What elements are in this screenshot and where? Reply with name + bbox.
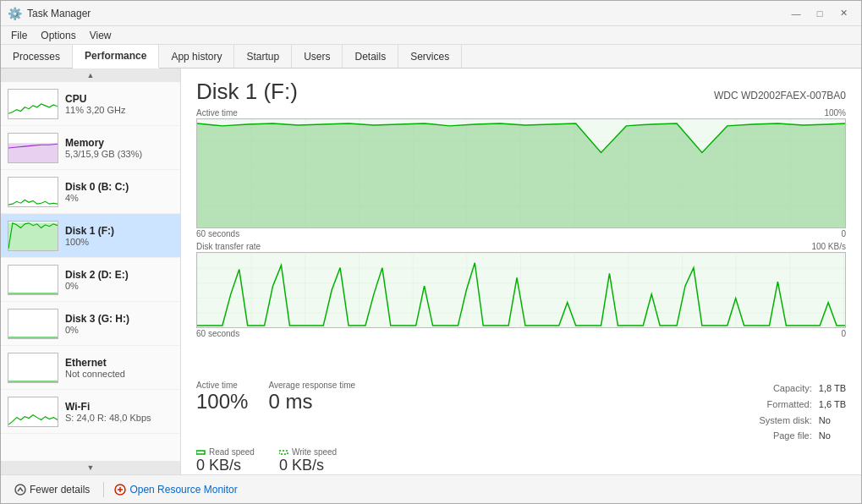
read-speed-block: Read speed 0 KB/s: [196, 447, 264, 474]
chart2-top-label: Disk transfer rate: [196, 242, 261, 251]
chevron-up-icon: [14, 484, 26, 496]
detail-header: Disk 1 (F:) WDC WD2002FAEX-007BA0: [181, 68, 861, 108]
disk1-label: Disk 1 (F:): [65, 225, 173, 237]
svg-rect-16: [279, 451, 288, 454]
sidebar-item-disk2[interactable]: Disk 2 (D: E:) 0%: [1, 258, 180, 302]
read-indicator-icon: [196, 449, 206, 456]
menu-view[interactable]: View: [83, 28, 118, 43]
tab-services[interactable]: Services: [398, 45, 462, 68]
svg-rect-8: [8, 353, 58, 382]
write-indicator-icon: [279, 449, 289, 456]
disk1-thumbnail: [8, 221, 58, 251]
chart1-time-row: 60 seconds 0: [196, 228, 846, 242]
chart2-top-right: 100 KB/s: [811, 242, 846, 251]
svg-rect-9: [8, 397, 58, 426]
chart-container: Active time 100%: [181, 108, 861, 375]
page-file-label: Page file:: [719, 428, 812, 444]
capacity-value: 1,8 TB: [819, 381, 846, 397]
tab-users[interactable]: Users: [292, 45, 343, 68]
sidebar-item-disk1[interactable]: Disk 1 (F:) 100%: [1, 214, 180, 258]
memory-label: Memory: [65, 137, 173, 149]
cpu-value: 11% 3,20 GHz: [65, 105, 173, 115]
svg-rect-5: [8, 222, 58, 249]
write-speed-block: Write speed 0 KB/s: [279, 447, 347, 474]
page-file-value: No: [819, 428, 831, 444]
transfer-rate-chart: [196, 252, 846, 328]
tab-performance[interactable]: Performance: [73, 45, 159, 68]
menu-file[interactable]: File: [4, 28, 34, 43]
transfer-rate-chart-section: Disk transfer rate 100 KB/s: [196, 242, 846, 342]
sidebar-scroll[interactable]: CPU 11% 3,20 GHz Memory: [1, 82, 180, 461]
active-time-chart: [196, 118, 846, 228]
fewer-details-button[interactable]: Fewer details: [11, 482, 93, 497]
close-button[interactable]: ✕: [832, 5, 854, 22]
footer-separator: [103, 482, 104, 497]
disk1-info: Disk 1 (F:) 100%: [65, 225, 173, 247]
resource-monitor-icon: [114, 484, 126, 496]
read-write-row: Read speed 0 KB/s Write speed 0 KB/s: [181, 444, 861, 474]
disk2-info: Disk 2 (D: E:) 0%: [65, 269, 173, 291]
disk2-label: Disk 2 (D: E:): [65, 269, 173, 281]
svg-point-17: [15, 485, 25, 495]
chart1-label-row: Active time 100%: [196, 108, 846, 118]
info-row-page-file: Page file: No: [719, 428, 846, 444]
svg-rect-0: [8, 90, 58, 118]
sidebar-item-disk0[interactable]: Disk 0 (B: C:) 4%: [1, 170, 180, 214]
sidebar-item-ethernet[interactable]: Ethernet Not connected: [1, 346, 180, 390]
read-speed-label: Read speed: [196, 447, 264, 457]
tab-app-history[interactable]: App history: [159, 45, 234, 68]
tab-processes[interactable]: Processes: [1, 45, 73, 68]
memory-thumbnail: [8, 133, 58, 163]
write-speed-value: 0 KB/s: [279, 457, 347, 474]
sidebar-item-cpu[interactable]: CPU 11% 3,20 GHz: [1, 82, 180, 126]
tab-bar: Processes Performance App history Startu…: [1, 45, 861, 68]
minimize-button[interactable]: —: [785, 5, 807, 22]
cpu-label: CPU: [65, 93, 173, 105]
chart1-bottom-left: 60 seconds: [196, 229, 239, 238]
cpu-info: CPU 11% 3,20 GHz: [65, 93, 173, 115]
menu-options[interactable]: Options: [34, 28, 82, 43]
disk3-thumbnail: [8, 309, 58, 339]
info-row-system-disk: System disk: No: [719, 413, 846, 429]
avg-response-block: Average response time 0 ms: [268, 381, 355, 414]
detail-model: WDC WD2002FAEX-007BA0: [714, 90, 846, 105]
active-time-value: 100%: [196, 390, 248, 414]
ethernet-info: Ethernet Not connected: [65, 357, 173, 379]
sidebar: ▲ CPU 11% 3,20 GHz: [1, 68, 181, 474]
stats-row: Active time 100% Average response time 0…: [181, 375, 861, 444]
chart2-bottom-right: 0: [841, 329, 846, 338]
window-controls: — □ ✕: [785, 5, 854, 22]
disk3-info: Disk 3 (G: H:) 0%: [65, 313, 173, 335]
detail-title: Disk 1 (F:): [196, 79, 298, 105]
tab-details[interactable]: Details: [343, 45, 398, 68]
ethernet-label: Ethernet: [65, 357, 173, 369]
read-speed-value: 0 KB/s: [196, 457, 264, 474]
svg-rect-15: [196, 451, 205, 454]
sidebar-item-wifi[interactable]: Wi-Fi S: 24,0 R: 48,0 Kbps: [1, 390, 180, 434]
wifi-thumbnail: [8, 397, 58, 427]
footer: Fewer details Open Resource Monitor: [1, 474, 861, 503]
maximize-button[interactable]: □: [809, 5, 831, 22]
wifi-value: S: 24,0 R: 48,0 Kbps: [65, 413, 173, 423]
tab-startup[interactable]: Startup: [234, 45, 292, 68]
title-left: ⚙️ Task Manager: [8, 7, 91, 20]
info-table: Capacity: 1,8 TB Formatted: 1,6 TB Syste…: [719, 381, 846, 444]
scroll-down-button[interactable]: ▼: [1, 461, 180, 474]
fewer-details-label: Fewer details: [30, 484, 90, 496]
open-resource-monitor-link[interactable]: Open Resource Monitor: [114, 484, 237, 496]
sidebar-item-disk3[interactable]: Disk 3 (G: H:) 0%: [1, 302, 180, 346]
task-manager-window: ⚙️ Task Manager — □ ✕ File Options View …: [0, 0, 862, 504]
svg-rect-6: [8, 266, 58, 294]
ethernet-thumbnail: [8, 353, 58, 383]
svg-rect-14: [197, 253, 845, 327]
window-title: Task Manager: [27, 8, 91, 19]
avg-response-value: 0 ms: [268, 390, 355, 414]
disk3-value: 0%: [65, 325, 173, 335]
scroll-up-button[interactable]: ▲: [1, 68, 180, 82]
disk2-thumbnail: [8, 265, 58, 295]
active-time-svg: [197, 119, 845, 227]
app-icon: ⚙️: [8, 7, 22, 20]
disk0-label: Disk 0 (B: C:): [65, 181, 173, 193]
active-time-block: Active time 100%: [196, 381, 248, 414]
sidebar-item-memory[interactable]: Memory 5,3/15,9 GB (33%): [1, 126, 180, 170]
